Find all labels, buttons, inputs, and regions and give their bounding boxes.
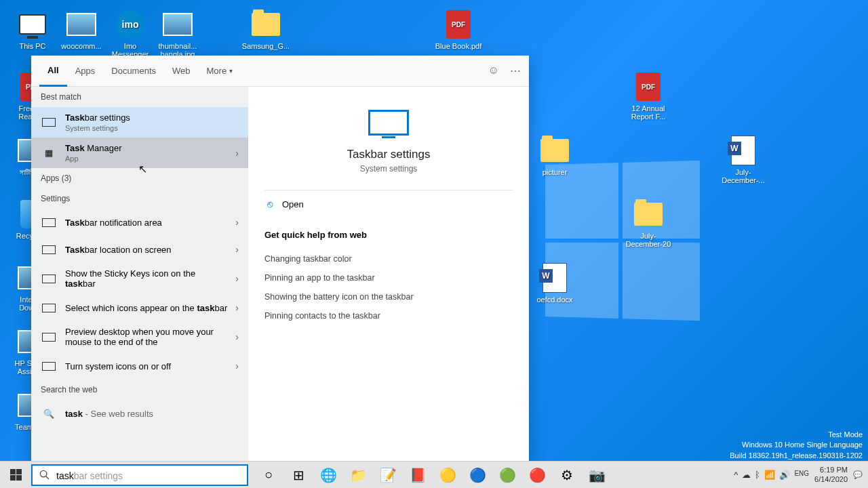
preview-subtitle: System settings (264, 164, 513, 174)
chrome-icon-3[interactable]: 🟢 (492, 462, 522, 489)
monitor-icon (41, 115, 57, 131)
chrome-icon-2[interactable]: 🔵 (462, 462, 492, 489)
svg-rect-2 (10, 475, 16, 481)
app-icon-1[interactable]: 📝 (373, 462, 403, 489)
help-link[interactable]: Showing the battery icon on the taskbar (264, 287, 513, 306)
settings-app-icon[interactable]: ⚙ (552, 462, 582, 489)
edge-icon[interactable]: 🌐 (313, 462, 343, 489)
result-setting-item[interactable]: Show the Sticky Keys icon on the taskbar… (31, 263, 248, 294)
language-icon[interactable]: ENG (794, 470, 809, 480)
open-action[interactable]: ⎋Open (264, 190, 513, 218)
result-web-search[interactable]: 🔍 task - See web results (31, 400, 248, 427)
chrome-icon-4[interactable]: 🔴 (522, 462, 552, 489)
taskmgr-icon: ▦ (41, 145, 57, 161)
chrome-icon-1[interactable]: 🟡 (433, 462, 462, 489)
web-header: Search the web (31, 380, 248, 400)
desktop-icon[interactable]: woocomm... (57, 9, 106, 50)
tab-web[interactable]: Web (164, 56, 199, 87)
desktop-icon[interactable]: PDF12 Annual Report F... (624, 72, 673, 121)
volume-icon[interactable]: 🔊 (779, 470, 790, 480)
result-setting-item[interactable]: Turn system icons on or off› (31, 352, 248, 380)
system-tray[interactable]: ^ ☁ ᛒ 📶 🔊 ENG 6:19 PM 6/14/2020 💬 (734, 466, 868, 483)
result-setting-item[interactable]: Preview desktop when you move your mouse… (31, 321, 248, 352)
result-setting-item[interactable]: Taskbar notification area› (31, 209, 248, 236)
taskbar-search-box[interactable]: taskbar settings (31, 464, 248, 486)
preview-title: Taskbar settings (264, 148, 513, 161)
search-input[interactable] (56, 470, 240, 481)
result-task-manager[interactable]: ▦ Task ManagerApp › (31, 138, 248, 168)
open-icon: ⎋ (267, 199, 273, 209)
svg-point-4 (40, 470, 46, 476)
desktop-icon[interactable]: This PC (8, 9, 57, 50)
feedback-icon[interactable]: ☺ (488, 64, 499, 77)
settings-header: Settings (31, 188, 248, 209)
result-setting-item[interactable]: Taskbar location on screen› (31, 236, 248, 263)
search-tabs: All Apps Documents Web More ▾ ☺ ⋯ (31, 56, 529, 87)
search-results-panel: All Apps Documents Web More ▾ ☺ ⋯ Best m… (31, 56, 529, 461)
tray-chevron-up-icon[interactable]: ^ (734, 470, 738, 480)
help-link[interactable]: Changing taskbar color (264, 249, 513, 268)
chevron-right-icon: › (235, 148, 239, 159)
taskbar: taskbar settings ○ ⊞ 🌐 📁 📝 📕 🟡 🔵 🟢 🔴 ⚙ 📷… (0, 461, 868, 488)
result-setting-item[interactable]: Select which icons appear on the taskbar… (31, 294, 248, 321)
preview-monitor-icon (368, 110, 409, 136)
desktop-icon[interactable]: picturer (530, 136, 579, 176)
svg-rect-3 (16, 475, 22, 481)
svg-line-5 (46, 476, 49, 479)
help-link[interactable]: Pinning contacts to the taskbar (264, 306, 513, 325)
best-match-header: Best match (31, 87, 248, 107)
desktop-icon[interactable]: Samsung_G... (241, 9, 290, 50)
task-view-icon[interactable]: ⊞ (283, 462, 313, 489)
taskbar-clock[interactable]: 6:19 PM 6/14/2020 (814, 466, 848, 483)
pdf-app-icon[interactable]: 📕 (403, 462, 433, 489)
search-icon: 🔍 (41, 405, 57, 422)
desktop-icon[interactable]: PDFBlue Book.pdf (434, 9, 483, 50)
results-list: Best match Taskbar settingsSystem settin… (31, 87, 248, 461)
svg-rect-0 (10, 469, 16, 474)
tab-more[interactable]: More ▾ (199, 56, 241, 87)
tab-apps[interactable]: Apps (67, 56, 104, 87)
result-taskbar-settings[interactable]: Taskbar settingsSystem settings (31, 107, 248, 138)
help-link[interactable]: Pinning an app to the taskbar (264, 268, 513, 287)
apps-header: Apps (3) (31, 168, 248, 188)
desktop-icon[interactable]: July-December-20 (624, 199, 673, 248)
svg-rect-1 (16, 469, 22, 474)
tab-documents[interactable]: Documents (103, 56, 164, 87)
notifications-icon[interactable]: 💬 (853, 470, 863, 479)
tab-all[interactable]: All (39, 56, 67, 87)
desktop-icon[interactable]: July-December-... (719, 136, 768, 184)
result-preview-pane: Taskbar settings System settings ⎋Open G… (248, 87, 529, 461)
desktop-icon[interactable]: imoImo Messenger (106, 9, 155, 58)
watermark: Test Mode Windows 10 Home Single Languag… (730, 430, 863, 461)
options-icon[interactable]: ⋯ (510, 64, 521, 77)
desktop-icon[interactable]: thumbnail... bangla.jpg (153, 9, 202, 58)
search-icon (39, 470, 50, 480)
help-header: Get quick help from web (264, 230, 513, 240)
wifi-icon[interactable]: 📶 (764, 470, 775, 480)
explorer-icon[interactable]: 📁 (343, 462, 373, 489)
onedrive-icon[interactable]: ☁ (742, 470, 751, 480)
zoom-icon[interactable]: 📷 (582, 462, 612, 489)
cortana-icon[interactable]: ○ (254, 462, 283, 489)
bluetooth-icon[interactable]: ᛒ (755, 470, 760, 480)
start-button[interactable] (0, 462, 31, 489)
desktop-icon[interactable]: oefcd.docx (530, 263, 579, 304)
